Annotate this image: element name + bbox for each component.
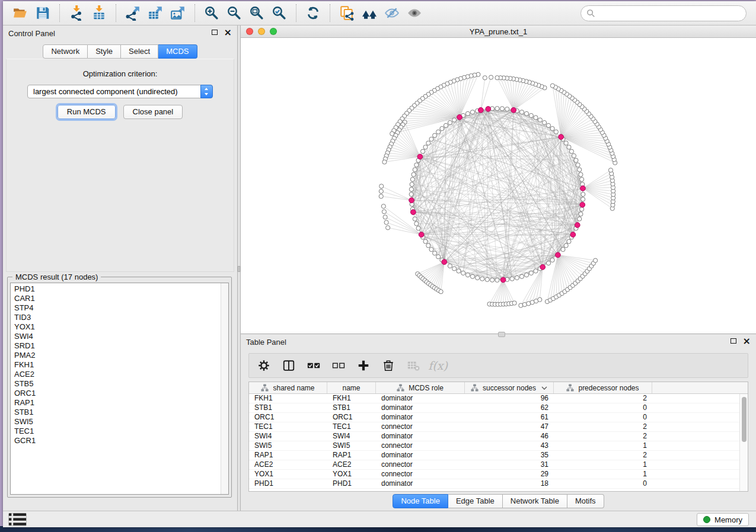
table-row[interactable]: RAP1RAP1dominator352 <box>249 451 748 460</box>
column-header-MCDS-role[interactable]: MCDS role <box>376 382 465 393</box>
task-history-button[interactable] <box>8 513 27 526</box>
save-session-icon <box>35 5 50 21</box>
mcds-result-item[interactable]: GCR1 <box>11 436 220 446</box>
split-view-button[interactable] <box>280 357 297 374</box>
node-table[interactable]: shared namenameMCDS rolesuccessor nodesp… <box>248 382 748 492</box>
toolbar-separator <box>59 4 60 22</box>
zoom-in-button[interactable] <box>200 4 223 23</box>
zoom-out-icon <box>227 5 242 21</box>
table-cell: connector <box>376 441 465 450</box>
column-header-name[interactable]: name <box>327 382 376 393</box>
delete-columns-button[interactable] <box>379 357 397 374</box>
search-input[interactable] <box>595 7 746 20</box>
save-session-button[interactable] <box>31 4 54 23</box>
tab-node-table[interactable]: Node Table <box>393 494 448 508</box>
criterion-dropdown[interactable]: largest connected component (undirected) <box>27 85 213 98</box>
table-scrollbar[interactable] <box>739 394 748 491</box>
mcds-result-item[interactable]: TEC1 <box>11 427 220 436</box>
table-row[interactable]: TEC1TEC1connector472 <box>249 422 748 432</box>
splitter-grip[interactable] <box>238 266 240 272</box>
tab-network[interactable]: Network <box>43 44 88 59</box>
settings-button[interactable] <box>255 357 272 374</box>
table-cell: 2 <box>554 422 652 431</box>
column-header-shared-name[interactable]: shared name <box>249 382 327 393</box>
add-column-button[interactable] <box>355 357 372 374</box>
tab-edge-table[interactable]: Edge Table <box>448 494 503 508</box>
table-row[interactable]: ACE2ACE2connector311 <box>249 460 748 470</box>
mcds-result-item[interactable]: ORC1 <box>11 389 220 398</box>
column-header-predecessor-nodes[interactable]: predecessor nodes <box>554 382 652 393</box>
copy-network-button[interactable] <box>336 4 358 23</box>
import-network-button[interactable] <box>65 4 88 23</box>
export-network-button[interactable] <box>122 4 144 23</box>
search-box[interactable] <box>580 5 747 21</box>
close-panel-icon[interactable]: × <box>224 29 232 36</box>
tab-motifs[interactable]: Motifs <box>567 494 604 508</box>
network-canvas[interactable] <box>241 38 756 334</box>
export-image-button[interactable] <box>167 4 189 23</box>
table-row[interactable]: ORC1ORC1dominator610 <box>249 413 748 422</box>
first-neighbors-button[interactable] <box>358 4 381 23</box>
float-panel-icon[interactable] <box>212 30 218 35</box>
mcds-panel: Optimization criterion: largest connecte… <box>6 59 234 272</box>
close-panel-button[interactable]: Close panel <box>123 105 183 119</box>
network-view-panel: YPA_prune.txt_1 <box>241 25 756 334</box>
table-row[interactable]: FKH1FKH1dominator962 <box>249 394 748 403</box>
table-row[interactable]: SWI4SWI4dominator462 <box>249 432 748 441</box>
split-view-icon <box>282 359 295 372</box>
open-file-icon <box>12 5 28 21</box>
toolbar-separator <box>296 4 296 22</box>
export-table-button[interactable] <box>144 4 167 23</box>
table-row[interactable]: YOX1YOX1connector291 <box>249 470 748 479</box>
select-all-columns-button[interactable] <box>305 357 322 374</box>
tab-mcds[interactable]: MCDS <box>158 44 197 59</box>
zoom-out-button[interactable] <box>223 4 245 23</box>
mcds-result-item[interactable]: STB5 <box>11 379 220 389</box>
mcds-result-item[interactable]: SRD1 <box>11 341 220 351</box>
mcds-result-item[interactable]: PMA2 <box>11 351 220 360</box>
float-table-panel-icon[interactable] <box>731 338 736 344</box>
run-mcds-button[interactable]: Run MCDS <box>58 105 116 119</box>
tab-network-table[interactable]: Network Table <box>503 494 567 508</box>
mcds-result-item[interactable]: SWI5 <box>11 417 220 427</box>
memory-button[interactable]: Memory <box>697 513 749 526</box>
network-graph[interactable] <box>241 38 756 334</box>
import-table-button[interactable] <box>88 4 110 23</box>
mcds-result-item[interactable]: TID3 <box>11 313 220 322</box>
refresh-network-button[interactable] <box>302 4 324 23</box>
show-all-button[interactable] <box>403 4 426 23</box>
search-icon <box>586 9 595 18</box>
mcds-result-item[interactable]: STP4 <box>11 303 220 313</box>
mcds-result-item[interactable]: SWI4 <box>11 332 220 341</box>
mcds-result-item[interactable]: YOX1 <box>11 322 220 332</box>
open-file-button[interactable] <box>9 4 31 23</box>
hide-selected-button[interactable] <box>381 4 403 23</box>
network-title: YPA_prune.txt_1 <box>241 27 756 36</box>
mcds-result-item[interactable]: CAR1 <box>11 294 220 303</box>
network-window-titlebar[interactable]: YPA_prune.txt_1 <box>241 25 756 38</box>
mcds-result-list[interactable]: PHD1CAR1STP4TID3YOX1SWI4SRD1PMA2FKH1ACE2… <box>10 283 229 495</box>
table-cell: 0 <box>554 479 652 488</box>
close-table-panel-icon[interactable]: × <box>743 338 751 344</box>
mcds-result-item[interactable]: RAP1 <box>11 398 220 408</box>
table-cell: 29 <box>465 470 554 479</box>
tab-style[interactable]: Style <box>88 44 121 59</box>
table-row[interactable]: SWI5SWI5connector431 <box>249 441 748 451</box>
table-row[interactable]: STB1STB1dominator620 <box>249 403 748 413</box>
zoom-selected-button[interactable] <box>268 4 291 23</box>
memory-status-icon <box>703 516 710 523</box>
table-cell: dominator <box>376 394 465 403</box>
mcds-list-scrollbar[interactable] <box>221 283 228 494</box>
mcds-result-item[interactable]: ACE2 <box>11 370 220 379</box>
table-cell: ORC1 <box>249 413 327 422</box>
table-scrollbar-thumb[interactable] <box>742 397 747 442</box>
mcds-result-item[interactable]: PHD1 <box>11 284 220 294</box>
table-row[interactable]: PHD1PHD1dominator180 <box>249 479 748 489</box>
column-header-successor-nodes[interactable]: successor nodes <box>465 382 554 393</box>
unselect-all-columns-button[interactable] <box>330 357 347 374</box>
tab-select[interactable]: Select <box>121 44 158 59</box>
zoom-fit-button[interactable] <box>245 4 268 23</box>
mcds-result-item[interactable]: STB1 <box>11 408 220 417</box>
mcds-result-groupbox: MCDS result (17 nodes) PHD1CAR1STP4TID3Y… <box>7 277 232 498</box>
mcds-result-item[interactable]: FKH1 <box>11 360 220 370</box>
